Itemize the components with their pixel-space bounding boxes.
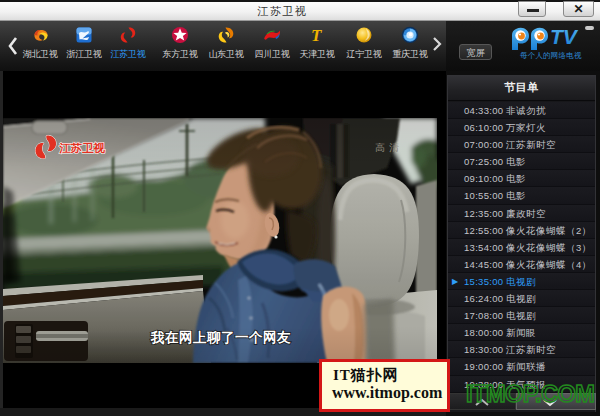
svg-text:江苏卫视: 江苏卫视 — [59, 142, 106, 154]
svg-text:高清: 高清 — [375, 142, 403, 153]
svg-text:TV: TV — [550, 25, 579, 48]
svg-text:T: T — [311, 26, 322, 45]
svg-text:每个人的网络电视: 每个人的网络电视 — [520, 51, 582, 60]
svg-text:ITMOP.COM: ITMOP.COM — [466, 381, 594, 407]
svg-text:我在网上聊了一个网友: 我在网上聊了一个网友 — [150, 330, 291, 345]
